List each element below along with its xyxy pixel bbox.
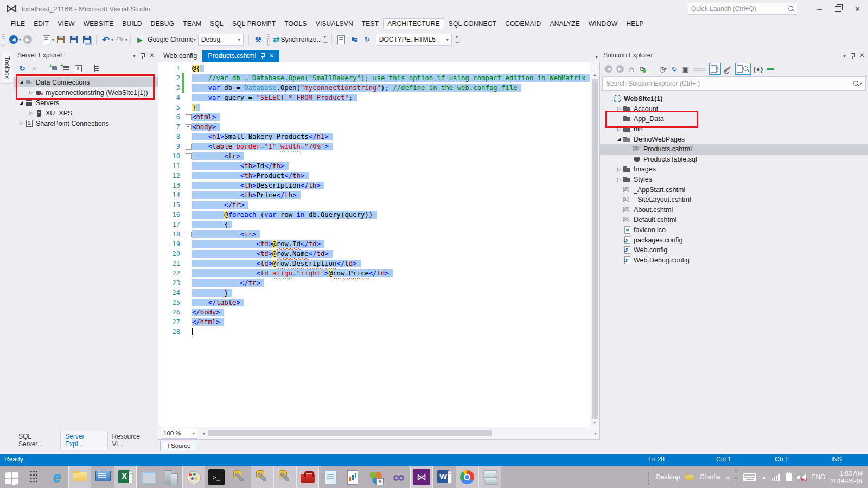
browse-target-dropdown[interactable]: ▾ bbox=[194, 37, 196, 42]
source-view-tab[interactable]: Source bbox=[160, 441, 196, 451]
toolbar-overflow-chevron[interactable]: ▾─ bbox=[323, 34, 327, 45]
code-line-7[interactable]: 7−<body> bbox=[158, 122, 590, 132]
menu-team[interactable]: TEAM bbox=[178, 18, 206, 29]
solution-explorer-search-input[interactable]: Search Solution Explorer (Ctrl+;) ▾ bbox=[602, 76, 866, 91]
toolbar-drag-handle[interactable] bbox=[2, 34, 5, 46]
code-line-14[interactable]: 14 <th>Price</th> bbox=[158, 190, 590, 200]
code-line-25[interactable]: 25 </table> bbox=[158, 298, 590, 307]
volume-muted-icon[interactable] bbox=[797, 473, 806, 481]
tree-item-favicon-ico[interactable]: favicon.ico bbox=[600, 225, 868, 235]
preview-selected-items-icon[interactable] bbox=[735, 63, 751, 75]
menu-view[interactable]: VIEW bbox=[53, 18, 79, 29]
save-all-button[interactable] bbox=[81, 34, 93, 46]
tree-item-sharepoint-connections[interactable]: ▷SharePoint Connections bbox=[14, 118, 158, 129]
forward-icon[interactable]: ▶ bbox=[616, 64, 624, 74]
tree-item-products-cshtml[interactable]: Products.cshtml bbox=[600, 144, 868, 155]
code-text[interactable]: </table> bbox=[192, 298, 590, 307]
fold-collapse-icon[interactable]: − bbox=[186, 232, 192, 237]
menu-help[interactable]: HELP bbox=[622, 18, 648, 29]
menu-debug[interactable]: DEBUG bbox=[146, 18, 179, 29]
document-list-dropdown-icon[interactable]: ▾ bbox=[595, 54, 598, 60]
toolbox-tab[interactable]: Toolbox bbox=[2, 52, 12, 84]
taskbar-button-excel[interactable] bbox=[114, 466, 137, 488]
search-options-dropdown[interactable]: ▾ bbox=[860, 81, 862, 86]
save-button[interactable] bbox=[68, 34, 80, 46]
editor-zoom-dropdown[interactable]: 100 %▾ bbox=[161, 428, 197, 439]
tree-item-appstart-cshtml[interactable]: _AppStart.cshtml bbox=[600, 184, 868, 195]
horizontal-scrollbar[interactable]: 100 %▾ ◂ ▸ bbox=[158, 427, 600, 440]
taskbar-button-notepad[interactable] bbox=[319, 466, 342, 488]
menu-tools[interactable]: TOOLS bbox=[280, 18, 311, 29]
collapsed-arrow-icon[interactable]: ▷ bbox=[17, 121, 25, 126]
expanded-arrow-icon[interactable]: ◢ bbox=[17, 100, 25, 105]
taskbar-button-server-stack[interactable] bbox=[159, 466, 182, 488]
collapsed-arrow-icon[interactable]: ▷ bbox=[615, 106, 623, 111]
code-line-5[interactable]: 5} bbox=[158, 102, 590, 112]
code-line-26[interactable]: 26</body> bbox=[158, 307, 590, 317]
search-icon[interactable] bbox=[853, 80, 859, 87]
taskbar-button-sqldata-9[interactable] bbox=[365, 466, 387, 488]
code-line-8[interactable]: 8 <h1>Small Bakery Products</h1> bbox=[158, 132, 590, 142]
code-line-24[interactable]: 24 } bbox=[158, 288, 590, 298]
tree-item-productstable-sql[interactable]: ProductsTable.sql bbox=[600, 155, 868, 165]
code-text[interactable]: <th>Price</th> bbox=[192, 190, 590, 200]
code-text[interactable]: <tr> bbox=[192, 229, 590, 239]
window-position-dropdown-icon[interactable]: ▾ bbox=[133, 53, 136, 59]
code-text[interactable]: <th>Id</th> bbox=[192, 161, 590, 171]
scroll-left-icon[interactable]: ◂ bbox=[200, 431, 207, 436]
code-line-4[interactable]: 4 var query = "SELECT * FROM Product"; bbox=[158, 93, 590, 102]
menu-visualsvn[interactable]: VISUALSVN bbox=[311, 18, 358, 29]
code-text[interactable]: </body> bbox=[192, 307, 590, 317]
taskbar-button-toolbox[interactable] bbox=[296, 466, 319, 488]
copy-icon[interactable]: ▭▭ bbox=[693, 64, 706, 74]
restore-button[interactable] bbox=[835, 6, 841, 12]
tree-item-account[interactable]: ▷Account bbox=[600, 104, 868, 114]
code-text[interactable]: //var db = Database.Open("SmallBakery");… bbox=[192, 73, 590, 83]
tree-item-default-cshtml[interactable]: Default.cshtml bbox=[600, 215, 868, 225]
html-doc-icon[interactable] bbox=[335, 34, 347, 46]
code-text[interactable]: <td align="right">@row.Price</td> bbox=[192, 268, 590, 278]
doctype-dropdown[interactable]: DOCTYPE: HTML5▾ bbox=[376, 34, 452, 46]
code-text[interactable]: </tr> bbox=[192, 200, 590, 210]
desktop-toolbar-label[interactable]: Desktop bbox=[656, 473, 680, 481]
document-tab-products-cshtml[interactable]: Products.cshtml✕ bbox=[202, 50, 279, 62]
tree-item-web-debug-config[interactable]: Web.Debug.config bbox=[600, 255, 868, 266]
tree-item-web-config[interactable]: Web.config bbox=[600, 245, 868, 255]
tree-item-servers[interactable]: ◢Servers bbox=[14, 98, 158, 108]
code-text[interactable]: <table border="1" width="70%"> bbox=[192, 142, 590, 151]
menu-file[interactable]: FILE bbox=[7, 18, 29, 29]
collapse-bar-icon[interactable] bbox=[766, 64, 775, 74]
code-text[interactable] bbox=[192, 327, 590, 337]
folder-icon[interactable] bbox=[685, 474, 694, 480]
split-handle-icon[interactable]: ÷ bbox=[593, 62, 596, 71]
code-text[interactable]: var db = Database.Open("myconnectionstri… bbox=[192, 83, 590, 93]
code-metrics-icon[interactable]: {●} bbox=[754, 64, 763, 74]
taskbar-button-sql-config[interactable] bbox=[251, 466, 273, 488]
tree-item-sitelayout-cshtml[interactable]: _SiteLayout.cshtml bbox=[600, 195, 868, 205]
taskbar-button-control-panel[interactable] bbox=[91, 466, 114, 488]
taskbar-button-glass-blocks[interactable] bbox=[478, 466, 501, 488]
code-text[interactable]: { bbox=[192, 220, 590, 229]
document-tab-web-config[interactable]: Web.config bbox=[158, 50, 202, 62]
connect-to-sharepoint-icon[interactable]: S bbox=[73, 63, 83, 73]
tree-item-packages-config[interactable]: packages.config bbox=[600, 235, 868, 245]
code-line-20[interactable]: 20 <td>@row.Name</td> bbox=[158, 249, 590, 259]
pin-tab-icon[interactable] bbox=[260, 53, 265, 59]
taskbar-button-chrome[interactable] bbox=[456, 466, 478, 488]
delete-connection-icon[interactable]: × bbox=[29, 63, 39, 73]
open-file-button[interactable] bbox=[55, 34, 67, 46]
expanded-arrow-icon[interactable]: ◢ bbox=[615, 137, 623, 142]
scroll-up-icon[interactable]: ▴ bbox=[593, 71, 596, 79]
code-editor[interactable]: 1@{ 2 //var db = Database.Open("SmallBak… bbox=[158, 62, 600, 427]
code-line-17[interactable]: 17 { bbox=[158, 220, 590, 229]
taskbar-button-word[interactable] bbox=[433, 466, 456, 488]
collapsed-arrow-icon[interactable]: ▷ bbox=[615, 167, 623, 172]
toolbar-handle[interactable] bbox=[648, 470, 650, 485]
navigate-forward-button[interactable]: ▶ bbox=[22, 34, 34, 46]
scroll-down-icon[interactable]: ▾ bbox=[593, 419, 596, 427]
tree-item-myconnectionstring-website1-1[interactable]: ▷myconnectionstring (WebSite1(1)) bbox=[14, 87, 158, 98]
fold-collapse-icon[interactable]: − bbox=[186, 114, 192, 120]
sync-with-active-document-icon[interactable]: ⟳ bbox=[639, 64, 647, 74]
code-line-16[interactable]: 16 @foreach (var row in db.Query(query)) bbox=[158, 210, 590, 220]
pending-changes-filter-icon[interactable]: ◷▾ bbox=[659, 64, 667, 74]
